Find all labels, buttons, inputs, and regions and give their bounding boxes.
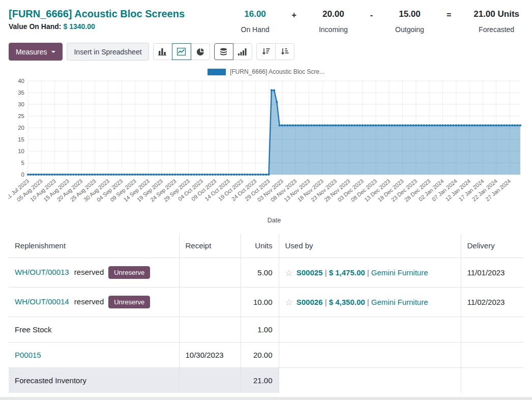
delivery-cell: 11/01/2023 (461, 258, 523, 288)
sort-ascending-button[interactable] (275, 43, 294, 60)
table-header-row: Replenishment Receipt Units Used by Deli… (9, 234, 523, 258)
delivery-cell (461, 342, 523, 368)
svg-text:30: 30 (18, 101, 24, 107)
cumulative-icon (238, 48, 247, 55)
stacked-icon (220, 48, 227, 56)
col-header-used-by: Used by (279, 234, 461, 258)
pipe-separator: | (365, 268, 371, 277)
favorite-star-icon[interactable]: ☆ (285, 298, 293, 307)
chart-legend: [FURN_6666] Acoustic Bloc Scre... (9, 67, 523, 77)
forecasted-inventory-row: Forecasted Inventory 21.00 (9, 368, 523, 393)
stat-on-hand: 16.00 On Hand (241, 9, 270, 34)
minus-operator: - (370, 9, 373, 20)
bar-chart-icon (158, 48, 167, 55)
chart-options (214, 43, 252, 60)
sort-ascending-icon (281, 48, 289, 55)
svg-text:20: 20 (18, 125, 24, 131)
graph-toolbar: Measures Insert in Spreadsheet (9, 43, 523, 61)
replenishment-link[interactable]: WH/OUT/00014 (15, 297, 69, 306)
svg-text:Date: Date (268, 217, 281, 224)
horizontal-scrollbar[interactable] (0, 397, 532, 400)
value-on-hand-label: Value On Hand: (9, 22, 61, 31)
table-row: Free Stock1.00 (9, 317, 523, 342)
svg-text:0: 0 (21, 172, 24, 178)
line-chart-button[interactable] (172, 43, 191, 60)
pipe-separator: | (322, 298, 329, 306)
plus-operator: + (292, 9, 297, 20)
replenishment-cell: Free Stock (9, 317, 179, 342)
replenishment-cell: P00015 (9, 342, 179, 368)
footer-receipt-cell (179, 368, 241, 393)
product-info: [FURN_6666] Acoustic Bloc Screens Value … (9, 7, 185, 31)
caret-down-icon (51, 51, 55, 53)
replenishment-link[interactable]: P00015 (15, 351, 41, 359)
used-by-cell: ☆S00026 | $ 4,350.00 | Gemini Furniture (279, 288, 461, 317)
unreserve-button[interactable]: Unreserve (108, 296, 150, 308)
incoming-value: 20.00 (319, 9, 348, 19)
used-by-cell: ☆S00025 | $ 1,475.00 | Gemini Furniture (279, 258, 461, 288)
replenishment-cell: WH/OUT/00014 reservedUnreserve (9, 288, 179, 317)
insert-in-spreadsheet-button[interactable]: Insert in Spreadsheet (67, 43, 149, 61)
table-row: WH/OUT/00014 reservedUnreserve10.00☆S000… (9, 288, 523, 317)
value-on-hand: Value On Hand:$ 1340.00 (9, 22, 185, 31)
reserved-label: reserved (72, 268, 104, 276)
legend-item[interactable]: [FURN_6666] Acoustic Bloc Scre... (208, 68, 324, 75)
measures-label: Measures (16, 48, 47, 56)
svg-text:40: 40 (18, 78, 24, 84)
sale-order-link[interactable]: S00025 (297, 268, 323, 277)
used-by-cell (279, 317, 461, 342)
forecast-chart: [FURN_6666] Acoustic Bloc Scre... 051015… (9, 67, 523, 230)
receipt-cell: 10/30/2023 (179, 342, 241, 368)
forecasted-value: 21.00 Units (474, 9, 519, 19)
forecasted-report-page: [FURN_6666] Acoustic Bloc Screens Value … (0, 0, 532, 393)
receipt-cell (179, 288, 241, 317)
sort-controls (256, 43, 294, 60)
product-title: [FURN_6666] Acoustic Bloc Screens (9, 7, 185, 20)
on-hand-value: 16.00 (241, 9, 270, 19)
svg-text:25: 25 (18, 113, 24, 119)
cumulative-button[interactable] (233, 43, 252, 60)
bar-chart-button[interactable] (153, 43, 172, 60)
delivery-cell: 11/02/2023 (461, 288, 523, 317)
forecast-stats: 16.00 On Hand + 20.00 Incoming - 15.00 O… (241, 7, 519, 34)
replenishment-cell: WH/OUT/00013 reservedUnreserve (9, 258, 179, 288)
report-header: [FURN_6666] Acoustic Bloc Screens Value … (9, 7, 523, 34)
units-cell: 20.00 (241, 342, 279, 368)
pie-chart-icon (196, 48, 204, 56)
sale-amount: $ 1,475.00 (329, 268, 365, 277)
svg-text:5: 5 (21, 160, 24, 166)
svg-text:15: 15 (18, 136, 24, 142)
stat-outgoing: 15.00 Outgoing (395, 9, 424, 34)
col-header-delivery: Delivery (461, 234, 523, 258)
customer-name: Gemini Furniture (371, 298, 428, 306)
col-header-replenishment: Replenishment (9, 234, 179, 258)
outgoing-label: Outgoing (395, 25, 424, 34)
col-header-units: Units (241, 234, 279, 258)
pipe-separator: | (322, 268, 329, 277)
on-hand-label: On Hand (241, 25, 270, 34)
footer-used-by-cell (279, 368, 461, 393)
units-cell: 10.00 (241, 288, 279, 317)
table-row: P0001510/30/202320.00 (9, 342, 523, 368)
delivery-cell (461, 317, 523, 342)
pie-chart-button[interactable] (191, 43, 210, 60)
sale-order-link[interactable]: S00026 (297, 298, 323, 306)
table-row: WH/OUT/00013 reservedUnreserve5.00☆S0002… (9, 258, 523, 288)
equals-operator: = (447, 9, 451, 20)
svg-text:10: 10 (18, 148, 24, 154)
line-chart-icon (177, 48, 186, 55)
used-by-cell (279, 342, 461, 368)
receipt-cell (179, 258, 241, 288)
measures-button[interactable]: Measures (9, 43, 63, 61)
svg-text:35: 35 (18, 90, 24, 96)
footer-units-cell: 21.00 (241, 368, 279, 393)
replenishment-text: Free Stock (15, 325, 52, 334)
sort-descending-button[interactable] (256, 43, 276, 60)
outgoing-value: 15.00 (395, 9, 424, 19)
reserved-label: reserved (72, 297, 104, 306)
replenishment-link[interactable]: WH/OUT/00013 (15, 268, 69, 276)
legend-label: [FURN_6666] Acoustic Bloc Scre... (230, 68, 324, 75)
favorite-star-icon[interactable]: ☆ (285, 268, 293, 278)
stacked-button[interactable] (214, 43, 233, 60)
unreserve-button[interactable]: Unreserve (108, 266, 150, 279)
